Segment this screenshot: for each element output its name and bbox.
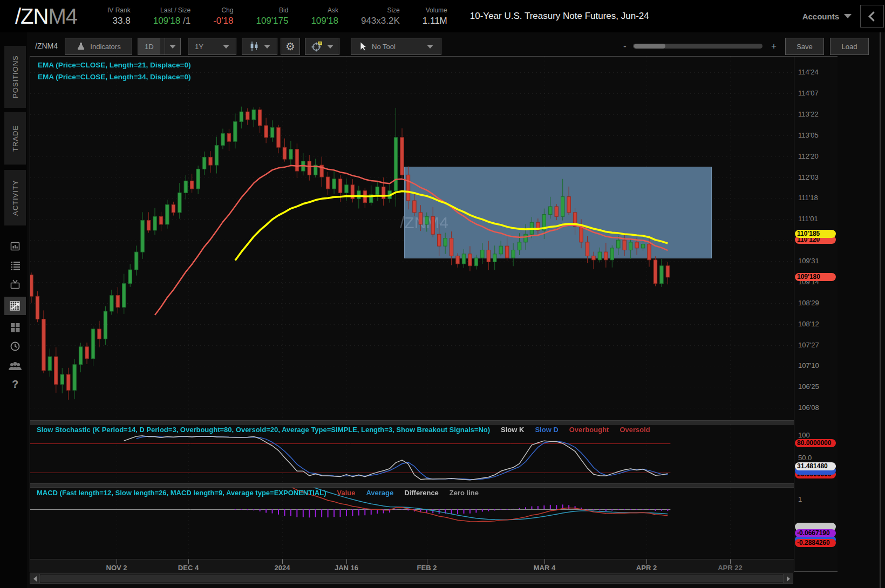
flask-icon [76, 42, 86, 51]
price-axis-label: 112'20 [798, 152, 819, 161]
price-bubble: 110'185 [795, 230, 836, 238]
chevron-down-icon [844, 14, 852, 18]
scroll-right-button[interactable] [783, 574, 793, 583]
stochastic-axis-label: 50.0 [798, 454, 812, 462]
price-axis-label: 106'25 [798, 382, 819, 391]
time-axis-label: MAR 4 [534, 564, 555, 572]
chart-settings-button[interactable]: ⚙ [281, 38, 300, 55]
macd-canvas[interactable] [30, 488, 794, 559]
stat-volume: Volume1.11M [423, 6, 447, 26]
sidebar: POSITIONS TRADE ACTIVITY ? [0, 32, 27, 588]
macd-difference-legend: Difference [404, 489, 439, 497]
chevron-down-icon [327, 45, 333, 49]
sidebar-tab-trade[interactable]: TRADE [4, 112, 26, 165]
stochastic-axis-label: 100 [798, 431, 810, 440]
save-button[interactable]: Save [785, 38, 824, 55]
stat-size: Size943x3.2K [361, 6, 400, 26]
oversold-legend: Oversold [620, 426, 650, 434]
ema-21-label: EMA (Price=CLOSE, Length=21, Displace=0) [38, 61, 190, 69]
header: /ZNM4 IV Rank33.8 Last / Size109'18 /1 C… [0, 0, 885, 32]
history-icon[interactable] [4, 337, 26, 355]
gear-icon: ⚙ [285, 41, 295, 52]
chevron-left-icon [868, 11, 878, 21]
grid-icon[interactable] [4, 318, 26, 337]
news-icon[interactable] [4, 237, 26, 256]
macd-study-label: MACD (Fast length=12, Slow length=26, MA… [37, 489, 326, 497]
price-axis-label: 111'18 [798, 194, 818, 202]
symbol-suffix: M4 [48, 4, 77, 28]
ema-34-label: EMA (Price=CLOSE, Length=34, Displace=0) [38, 73, 190, 81]
price-axis-label: 106'08 [798, 404, 819, 412]
stat-bid: Bid109'175 [256, 6, 288, 26]
slow-k-legend: Slow K [501, 426, 524, 434]
toolbar-symbol: /ZNM4 [35, 42, 58, 50]
time-axis-tick [730, 559, 731, 564]
chevron-down-icon [169, 45, 176, 49]
stochastic-bubble: 31.481480 [795, 462, 836, 470]
range-dropdown[interactable]: 1Y [188, 38, 236, 55]
panel-divider[interactable] [30, 420, 794, 425]
arrow-right-icon [787, 576, 790, 582]
tv-icon[interactable] [4, 275, 26, 293]
price-axis-label: 111'01 [798, 215, 818, 223]
stochastic-bubble: 80.0000000 [795, 439, 836, 447]
overbought-legend: Overbought [569, 426, 609, 434]
chart-widget: EMA (Price=CLOSE, Length=21, Displace=0)… [30, 56, 838, 572]
scrollbar-thumb[interactable] [40, 575, 784, 582]
people-icon[interactable] [4, 357, 26, 375]
macd-axis-label: 1 [798, 495, 802, 504]
macd-average-legend: Average [366, 489, 393, 497]
symbol-title: /ZNM4 [15, 0, 77, 32]
price-axis-label: 113'05 [798, 131, 819, 140]
load-button[interactable]: Load [830, 38, 869, 55]
time-axis-label: APR 2 [636, 564, 657, 572]
chevron-down-icon [264, 45, 270, 49]
price-axis-label: 112'03 [798, 173, 819, 182]
price-chart-canvas[interactable] [30, 57, 794, 420]
timeframe-dropdown[interactable]: 1D [138, 38, 181, 55]
crosshair-dropdown[interactable] [305, 38, 339, 55]
accounts-menu[interactable]: Accounts [802, 12, 852, 21]
time-axis: NOV 2DEC 42024JAN 16FEB 2MAR 4APR 2APR 2… [30, 559, 794, 573]
right-panel-border [880, 32, 881, 588]
chevron-down-icon [427, 45, 433, 49]
sidebar-tab-activity[interactable]: ACTIVITY [4, 170, 26, 225]
sidebar-tab-positions[interactable]: POSITIONS [4, 46, 26, 108]
time-axis-tick [544, 559, 545, 564]
price-axis-label: 114'24 [798, 68, 819, 77]
indicators-button[interactable]: Indicators [65, 38, 132, 55]
zoom-out-button[interactable]: - [623, 41, 627, 52]
arrow-left-icon [33, 576, 37, 582]
zoom-slider-thumb[interactable] [634, 44, 665, 49]
macd-zeroline-legend: Zero line [450, 489, 479, 497]
chart-type-dropdown[interactable] [242, 38, 277, 55]
quote-stats: IV Rank33.8 Last / Size109'18 /1 Chg-0'1… [85, 6, 447, 26]
collapse-panel-button[interactable] [860, 5, 884, 28]
chart-horizontal-scrollbar[interactable] [30, 573, 793, 584]
time-axis-tick [346, 559, 347, 564]
time-axis-label: FEB 2 [417, 564, 437, 572]
time-axis-tick [427, 559, 427, 564]
price-axis-label: 108'12 [798, 320, 819, 329]
chart-toolbar: /ZNM4 Indicators 1D 1Y ⚙ No Tool - [30, 37, 874, 56]
stochastic-study-label: Slow Stochastic (K Period=14, D Period=3… [37, 426, 490, 434]
price-axis-label: 114'07 [798, 89, 819, 98]
price-axis-label: 113'22 [798, 110, 819, 119]
cursor-icon [359, 42, 367, 51]
panel-divider[interactable] [30, 483, 794, 488]
chart-icon[interactable] [4, 297, 26, 315]
stochastic-label-row: Slow Stochastic (K Period=14, D Period=3… [37, 426, 650, 434]
instrument-description: 10-Year U.S. Treasury Note Futures, Jun-… [470, 11, 649, 22]
stat-chg: Chg-0'18 [213, 6, 233, 26]
list-icon[interactable] [4, 256, 26, 275]
zoom-in-button[interactable]: + [771, 41, 777, 52]
stat-last-size: Last / Size109'18 /1 [153, 6, 190, 26]
macd-label-row: MACD (Fast length=12, Slow length=26, MA… [37, 489, 479, 497]
scroll-left-button[interactable] [30, 574, 40, 583]
drawing-tool-dropdown[interactable]: No Tool [351, 38, 441, 55]
price-bubble: 109'180 [795, 273, 836, 281]
macd-bubble: -0.2884260 [795, 539, 836, 547]
candlestick-icon [249, 41, 260, 52]
zoom-slider[interactable] [633, 44, 763, 49]
help-icon[interactable]: ? [4, 375, 26, 393]
